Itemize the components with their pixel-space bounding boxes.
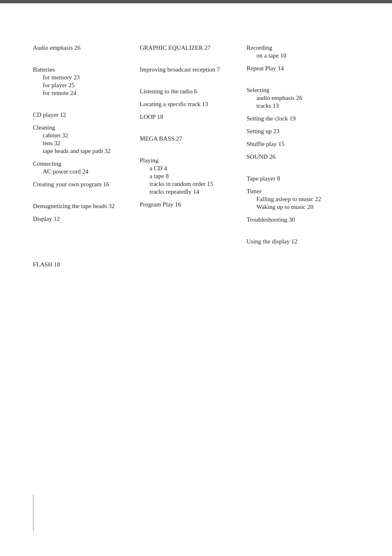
entry-display: Display 12 — [33, 215, 136, 222]
entry-program-play: Program Play 16 — [140, 201, 242, 208]
entry-selecting-audio: audio emphasis 26 — [247, 95, 353, 102]
entry-batteries: Batteries for memory 23 for player 25 fo… — [33, 66, 136, 97]
entry-locating-text: Locating a specific track 13 — [140, 101, 208, 107]
entry-connecting: Connecting AC power cord 24 — [33, 160, 136, 175]
entry-cleaning: Cleaning cabinet 32 lens 32 tape heads a… — [33, 124, 136, 155]
entry-sound-text: SOUND 26 — [247, 153, 275, 160]
entry-improving: Improving broadcast reception 7 — [140, 66, 242, 73]
entry-audio-emphasis-text: Audio emphasis 26 — [33, 44, 81, 51]
entry-selecting: Selecting audio emphasis 26 tracks 13 — [247, 87, 353, 109]
entry-troubleshooting: Troubleshooting 30 — [247, 216, 353, 223]
entry-timer-title: Timer — [247, 188, 353, 195]
entry-setting-up: Setting up 23 — [247, 128, 353, 135]
entry-cleaning-tape: tape heads and tape path 32 — [33, 148, 136, 155]
entry-troubleshooting-text: Troubleshooting 30 — [247, 216, 295, 223]
entry-setting-clock-text: Setting the clock 19 — [247, 115, 296, 122]
entry-cd-player-text: CD player 12 — [33, 111, 66, 118]
column-left: Audio emphasis 26 Batteries for memory 2… — [33, 44, 140, 274]
entry-setting-clock: Setting the clock 19 — [247, 115, 353, 122]
entry-improving-text: Improving broadcast reception 7 — [140, 66, 220, 73]
entry-flash-text: FLASH 18 — [33, 261, 60, 268]
entry-setting-up-text: Setting up 23 — [247, 128, 279, 134]
entry-selecting-title: Selecting — [247, 87, 353, 94]
entry-audio-emphasis: Audio emphasis 26 — [33, 44, 136, 51]
entry-graphic-equalizer: GRAPHIC EQUALIZER 27 — [140, 44, 242, 51]
entry-cleaning-lens: lens 32 — [33, 140, 136, 147]
entry-display-text: Display 12 — [33, 215, 60, 222]
entry-playing-cd: a CD 4 — [140, 165, 242, 172]
column-mid: GRAPHIC EQUALIZER 27 Improving broadcast… — [140, 44, 247, 274]
entry-locating: Locating a specific track 13 — [140, 101, 242, 108]
entry-timer-falling: Falling asleep to music 22 — [247, 196, 353, 203]
entry-flash: FLASH 18 — [33, 261, 136, 268]
entry-batteries-remote: for remote 24 — [33, 90, 136, 97]
entry-cleaning-cabinet: cabinet 32 — [33, 132, 136, 139]
entry-recording: Recording on a tape 10 — [247, 44, 353, 59]
entry-using-display: Using the display 12 — [247, 238, 353, 245]
entry-batteries-player: for player 25 — [33, 82, 136, 89]
entry-listening: Listening to the radio 6 — [140, 88, 242, 95]
entry-program-play-text: Program Play 16 — [140, 201, 181, 208]
entry-connecting-ac: AC power cord 24 — [33, 168, 136, 175]
entry-playing-title: Playing — [140, 157, 242, 164]
entry-repeat-play-text: Repeat Play 14 — [247, 65, 284, 72]
entry-playing-random: tracks in random order 15 — [140, 181, 242, 188]
entry-listening-text: Listening to the radio 6 — [140, 88, 197, 95]
top-bar — [0, 0, 392, 3]
entry-cd-player: CD player 12 — [33, 111, 136, 118]
entry-recording-tape: on a tape 10 — [247, 52, 353, 59]
entry-tape-player-text: Tape player 8 — [247, 175, 280, 182]
entry-shuffle-play: Shuffle play 15 — [247, 141, 353, 148]
entry-graphic-equalizer-text: GRAPHIC EQUALIZER 27 — [140, 44, 211, 51]
left-border-decoration — [33, 494, 34, 531]
entry-playing: Playing a CD 4 a tape 8 tracks in random… — [140, 157, 242, 195]
entry-creating-text: Creating your own program 16 — [33, 181, 109, 188]
column-right: Recording on a tape 10 Repeat Play 14 Se… — [247, 44, 353, 274]
entry-batteries-memory: for memory 23 — [33, 74, 136, 81]
entry-playing-tape: a tape 8 — [140, 173, 242, 180]
entry-recording-title: Recording — [247, 44, 353, 51]
entry-mega-bass: MEGA BASS 27 — [140, 135, 242, 142]
entry-timer: Timer Falling asleep to music 22 Waking … — [247, 188, 353, 211]
entry-selecting-tracks: tracks 13 — [247, 102, 353, 109]
entry-tape-player: Tape player 8 — [247, 175, 353, 182]
entry-playing-repeatedly: tracks repeatedly 14 — [140, 188, 242, 195]
entry-batteries-title: Batteries — [33, 66, 136, 73]
entry-demagnetizing: Demagnetizing the tape heads 32 — [33, 203, 136, 210]
entry-creating: Creating your own program 16 — [33, 181, 136, 188]
entry-cleaning-title: Cleaning — [33, 124, 136, 131]
entry-loop: LOOP 18 — [140, 114, 242, 120]
entry-shuffle-play-text: Shuffle play 15 — [247, 141, 284, 147]
entry-sound: SOUND 26 — [247, 153, 353, 160]
entry-connecting-title: Connecting — [33, 160, 136, 167]
entry-loop-text: LOOP 18 — [140, 114, 163, 120]
entry-demagnetizing-text: Demagnetizing the tape heads 32 — [33, 203, 115, 209]
entry-mega-bass-text: MEGA BASS 27 — [140, 135, 182, 142]
entry-repeat-play: Repeat Play 14 — [247, 65, 353, 72]
entry-timer-waking: Waking up to music 20 — [247, 204, 353, 211]
entry-using-display-text: Using the display 12 — [247, 238, 297, 245]
